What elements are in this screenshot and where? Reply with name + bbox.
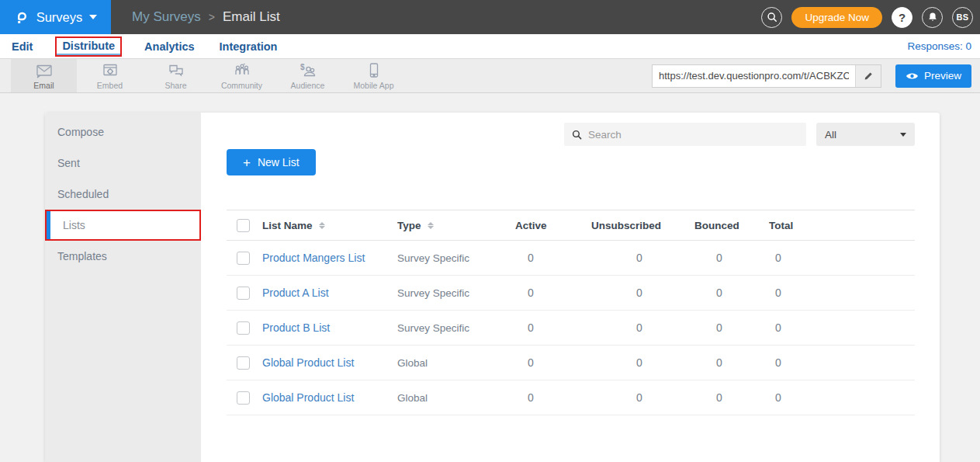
bounced-count: 0 [694, 252, 769, 264]
channel-mobile-app[interactable]: Mobile App [341, 59, 407, 92]
questionpro-logo-icon [14, 9, 29, 25]
chevron-down-icon [89, 15, 97, 19]
channel-audience-label: Audience [291, 81, 325, 90]
channel-community-label: Community [221, 81, 262, 90]
share-icon [167, 62, 185, 79]
list-type: Global [397, 357, 515, 369]
survey-link-controls: Preview [652, 59, 980, 92]
sidebar-item-templates[interactable]: Templates [45, 241, 201, 272]
email-icon [35, 62, 54, 79]
eye-icon [906, 71, 919, 81]
list-search-input[interactable] [588, 129, 798, 141]
breadcrumb-parent[interactable]: My Surveys [132, 9, 201, 25]
channel-community[interactable]: Community [209, 59, 275, 92]
unsubscribed-count: 0 [591, 287, 694, 299]
search-button[interactable] [761, 7, 782, 28]
preview-button[interactable]: Preview [895, 64, 971, 88]
channel-audience[interactable]: $ Audience [275, 59, 341, 92]
distribute-channel-bar: Email Embed Share Community $ Audience M… [0, 59, 980, 93]
sort-icon[interactable] [319, 222, 325, 229]
list-name-link[interactable]: Product B List [262, 321, 397, 334]
sort-icon[interactable] [428, 222, 434, 229]
active-count: 0 [515, 321, 591, 334]
table-row: Product A List Survey Specific 0 0 0 0 [227, 276, 915, 311]
sidebar-item-compose-label: Compose [57, 126, 104, 138]
preview-button-label: Preview [924, 70, 961, 82]
sidebar-item-compose[interactable]: Compose [45, 116, 201, 148]
channel-email-label: Email [33, 81, 54, 90]
app-switcher[interactable]: Surveys [0, 0, 111, 34]
column-header-bounced: Bounced [694, 220, 769, 231]
user-avatar[interactable]: BS [952, 7, 973, 28]
survey-tab-bar: Edit Distribute Analytics Integration Re… [0, 34, 980, 59]
channel-embed-label: Embed [97, 81, 123, 90]
select-all-checkbox[interactable] [237, 219, 250, 232]
table-row: Product Mangers List Survey Specific 0 0… [227, 241, 915, 276]
sidebar-item-scheduled[interactable]: Scheduled [45, 179, 201, 210]
row-checkbox[interactable] [237, 321, 250, 335]
total-count: 0 [769, 356, 831, 369]
tab-integration[interactable]: Integration [219, 39, 279, 54]
list-name-link[interactable]: Global Product List [262, 391, 397, 404]
new-list-button[interactable]: + New List [227, 149, 316, 175]
notifications-button[interactable] [922, 7, 943, 28]
help-button[interactable]: ? [892, 7, 912, 28]
audience-icon: $ [298, 62, 317, 79]
breadcrumb: My Surveys > Email List [132, 9, 280, 25]
list-type: Survey Specific [397, 252, 515, 264]
tab-edit[interactable]: Edit [11, 39, 33, 54]
active-count: 0 [515, 252, 591, 264]
survey-url-input[interactable] [653, 65, 855, 87]
unsubscribed-count: 0 [591, 356, 694, 369]
upgrade-now-button[interactable]: Upgrade Now [791, 7, 882, 28]
unsubscribed-count: 0 [591, 252, 694, 264]
list-name-link[interactable]: Product A List [262, 287, 397, 299]
breadcrumb-current: Email List [223, 9, 280, 25]
new-list-button-label: New List [258, 156, 300, 168]
pencil-icon [863, 71, 874, 82]
sidebar-item-lists[interactable]: Lists [45, 210, 201, 241]
chevron-down-icon [900, 133, 906, 137]
sidebar-item-sent-label: Sent [57, 157, 80, 169]
tab-distribute[interactable]: Distribute [57, 38, 120, 55]
responses-count[interactable]: Responses: 0 [907, 40, 980, 52]
lists-main-panel: All + New List List Name Type Active Uns… [201, 113, 940, 462]
active-count: 0 [515, 287, 591, 299]
column-header-list-name[interactable]: List Name [262, 220, 397, 231]
bell-icon [927, 12, 938, 23]
list-filter-dropdown[interactable]: All [816, 123, 915, 146]
column-header-active: Active [515, 220, 591, 231]
unsubscribed-count: 0 [591, 391, 694, 404]
row-checkbox[interactable] [237, 287, 250, 300]
row-checkbox[interactable] [237, 391, 250, 405]
column-header-type[interactable]: Type [397, 220, 515, 231]
sidebar-item-templates-label: Templates [57, 250, 107, 262]
active-accent-bar [47, 211, 50, 239]
list-type: Global [397, 392, 515, 404]
active-count: 0 [515, 391, 591, 404]
channel-share[interactable]: Share [143, 59, 209, 92]
row-checkbox[interactable] [237, 356, 250, 370]
row-checkbox[interactable] [237, 252, 250, 265]
tab-analytics[interactable]: Analytics [144, 39, 195, 54]
channel-email[interactable]: Email [11, 59, 77, 92]
edit-url-button[interactable] [855, 65, 881, 87]
table-row: Global Product List Global 0 0 0 0 [227, 346, 915, 380]
list-search-box [564, 123, 806, 146]
breadcrumb-separator-icon: > [209, 11, 215, 23]
list-name-link[interactable]: Global Product List [262, 356, 397, 369]
survey-url-group [652, 64, 881, 88]
email-lists-card: Compose Sent Scheduled Lists Templates A… [45, 113, 940, 462]
channel-mobile-app-label: Mobile App [354, 81, 394, 90]
list-name-link[interactable]: Product Mangers List [262, 252, 397, 264]
search-icon [767, 12, 777, 23]
sidebar-item-scheduled-label: Scheduled [57, 188, 109, 200]
table-row: Global Product List Global 0 0 0 0 [227, 380, 915, 415]
app-menu-label: Surveys [36, 10, 83, 25]
channel-embed[interactable]: Embed [77, 59, 143, 92]
email-sidebar: Compose Sent Scheduled Lists Templates [45, 113, 201, 462]
total-count: 0 [769, 252, 831, 264]
lists-table-header: List Name Type Active Unsubscribed Bounc… [227, 210, 915, 241]
list-search-row: All [227, 123, 915, 146]
sidebar-item-sent[interactable]: Sent [45, 148, 201, 179]
